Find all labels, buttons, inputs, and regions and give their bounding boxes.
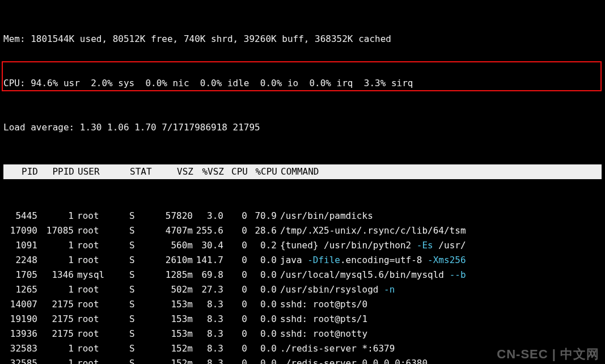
process-row[interactable]: 191902175rootS153m8.300.0sshd: root@pts/… <box>3 312 602 327</box>
process-row[interactable]: 10911rootS560m30.400.2{tuned} /usr/bin/p… <box>3 238 602 253</box>
mem-line: Mem: 1801544K used, 80512K free, 740K sh… <box>3 32 602 46</box>
process-row[interactable]: 12651rootS502m27.300.0/usr/sbin/rsyslogd… <box>3 282 602 297</box>
process-row[interactable]: 54451rootS578203.0070.9/usr/bin/pamdicks <box>3 209 602 223</box>
process-row[interactable]: 22481rootS2610m141.700.0java -Dfile.enco… <box>3 253 602 268</box>
terminal-output[interactable]: Mem: 1801544K used, 80512K free, 740K sh… <box>0 0 605 364</box>
column-header: PIDPPIDUSERSTATVSZ%VSZCPU%CPUCOMMAND <box>3 164 602 179</box>
load-line: Load average: 1.30 1.06 1.70 7/171798691… <box>3 120 602 135</box>
process-row[interactable]: 17051346mysqlS1285m69.800.0/usr/local/my… <box>3 268 602 282</box>
process-row[interactable]: 140072175rootS153m8.300.0sshd: root@pts/… <box>3 297 602 312</box>
watermark: CN-SEC | 中文网 <box>497 347 599 362</box>
process-row[interactable]: 139362175rootS153m8.300.0sshd: root@nott… <box>3 327 602 341</box>
cpu-line: CPU: 94.6% usr 2.0% sys 0.0% nic 0.0% id… <box>3 76 602 91</box>
process-row[interactable]: 1709017085rootS4707m255.6028.6/tmp/.X25-… <box>3 223 602 238</box>
